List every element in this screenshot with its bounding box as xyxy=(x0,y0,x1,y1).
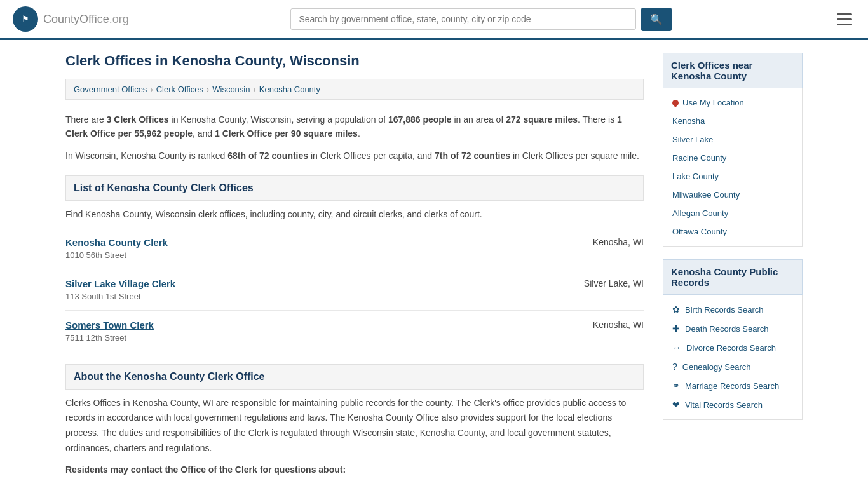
menu-line xyxy=(837,18,852,20)
sidebar-birth-records[interactable]: ✿ Birth Records Search xyxy=(663,300,802,319)
clerk-address-2: 7511 12th Street xyxy=(65,333,154,342)
sidebar-genealogy-search[interactable]: ? Genealogy Search xyxy=(663,357,802,376)
breadcrumb-item-clerk[interactable]: Clerk Offices xyxy=(156,85,203,94)
sidebar-nearby-allegan[interactable]: Allegan County xyxy=(663,204,802,222)
content-area: Clerk Offices in Kenosha County, Wiscons… xyxy=(65,53,644,484)
info-paragraph-2: In Wisconsin, Kenosha County is ranked 6… xyxy=(65,149,644,163)
page-title: Clerk Offices in Kenosha County, Wiscons… xyxy=(65,53,644,69)
sidebar-nearby-racine[interactable]: Racine County xyxy=(663,149,802,167)
vital-records-icon: ❤ xyxy=(672,400,680,410)
clerk-address-0: 1010 56th Street xyxy=(65,250,168,260)
sidebar-nearby-title: Clerk Offices near Kenosha County xyxy=(663,53,803,88)
sidebar-nearby-ottawa[interactable]: Ottawa County xyxy=(663,222,802,241)
main-container: Clerk Offices in Kenosha County, Wiscons… xyxy=(53,40,815,488)
location-icon xyxy=(671,98,680,107)
site-header: ⚑ CountyOffice.org 🔍 xyxy=(0,0,868,40)
sidebar: Clerk Offices near Kenosha County Use My… xyxy=(663,53,803,484)
about-text: Clerks Offices in Kenosha County, WI are… xyxy=(65,396,644,478)
info-paragraph-1: There are 3 Clerk Offices in Kenosha Cou… xyxy=(65,112,644,141)
menu-button[interactable] xyxy=(834,10,855,29)
list-section-heading: List of Kenosha County Clerk Offices xyxy=(65,175,644,201)
clerk-name-0[interactable]: Kenosha County Clerk xyxy=(65,237,168,248)
clerk-name-2[interactable]: Somers Town Clerk xyxy=(65,320,154,330)
use-my-location-link[interactable]: Use My Location xyxy=(663,93,802,112)
list-description: Find Kenosha County, Wisconsin clerk off… xyxy=(65,207,644,221)
sidebar-nearby-lake[interactable]: Lake County xyxy=(663,167,802,186)
clerk-location-2: Kenosha, WI xyxy=(529,320,644,330)
clerk-entry-1: Silver Lake Village Clerk 113 South 1st … xyxy=(65,269,644,311)
menu-line xyxy=(837,13,852,15)
clerk-location-0: Kenosha, WI xyxy=(529,237,644,247)
sidebar-nearby-links: Use My Location Kenosha Silver Lake Raci… xyxy=(663,88,803,247)
logo: ⚑ CountyOffice.org xyxy=(13,6,129,32)
clerk-list: Kenosha County Clerk 1010 56th Street Ke… xyxy=(65,228,644,351)
clerk-entry-2: Somers Town Clerk 7511 12th Street Kenos… xyxy=(65,311,644,351)
sidebar-records-title: Kenosha County Public Records xyxy=(663,259,803,295)
breadcrumb-item-gov[interactable]: Government Offices xyxy=(74,85,147,94)
divorce-records-icon: ↔ xyxy=(672,342,681,353)
search-area: 🔍 xyxy=(290,8,672,31)
genealogy-icon: ? xyxy=(672,362,677,372)
logo-icon: ⚑ xyxy=(13,6,38,32)
sidebar-vital-records[interactable]: ❤ Vital Records Search xyxy=(663,395,802,414)
marriage-records-icon: ⚭ xyxy=(672,381,680,391)
logo-wordmark: CountyOffice.org xyxy=(43,13,129,26)
clerk-location-1: Silver Lake, WI xyxy=(529,278,644,288)
search-button[interactable]: 🔍 xyxy=(641,8,672,31)
breadcrumb: Government Offices › Clerk Offices › Wis… xyxy=(65,79,644,100)
death-records-icon: ✚ xyxy=(672,323,680,334)
breadcrumb-item-county[interactable]: Kenosha County xyxy=(259,85,320,94)
menu-line xyxy=(837,24,852,25)
sidebar-divorce-records[interactable]: ↔ Divorce Records Search xyxy=(663,338,802,357)
about-section-heading: About the Kenosha County Clerk Office xyxy=(65,364,644,390)
search-input[interactable] xyxy=(290,8,636,30)
sidebar-death-records[interactable]: ✚ Death Records Search xyxy=(663,319,802,338)
svg-text:⚑: ⚑ xyxy=(22,14,29,24)
sidebar-nearby-silver-lake[interactable]: Silver Lake xyxy=(663,130,802,149)
clerk-entry-0: Kenosha County Clerk 1010 56th Street Ke… xyxy=(65,228,644,269)
sidebar-nearby-kenosha[interactable]: Kenosha xyxy=(663,112,802,130)
use-my-location-label: Use My Location xyxy=(682,98,744,107)
sidebar-records-links: ✿ Birth Records Search ✚ Death Records S… xyxy=(663,295,803,420)
clerk-address-1: 113 South 1st Street xyxy=(65,292,175,301)
clerk-name-1[interactable]: Silver Lake Village Clerk xyxy=(65,278,175,289)
birth-records-icon: ✿ xyxy=(672,304,680,315)
breadcrumb-item-state[interactable]: Wisconsin xyxy=(212,85,250,94)
sidebar-marriage-records[interactable]: ⚭ Marriage Records Search xyxy=(663,376,802,395)
sidebar-nearby-milwaukee[interactable]: Milwaukee County xyxy=(663,186,802,204)
